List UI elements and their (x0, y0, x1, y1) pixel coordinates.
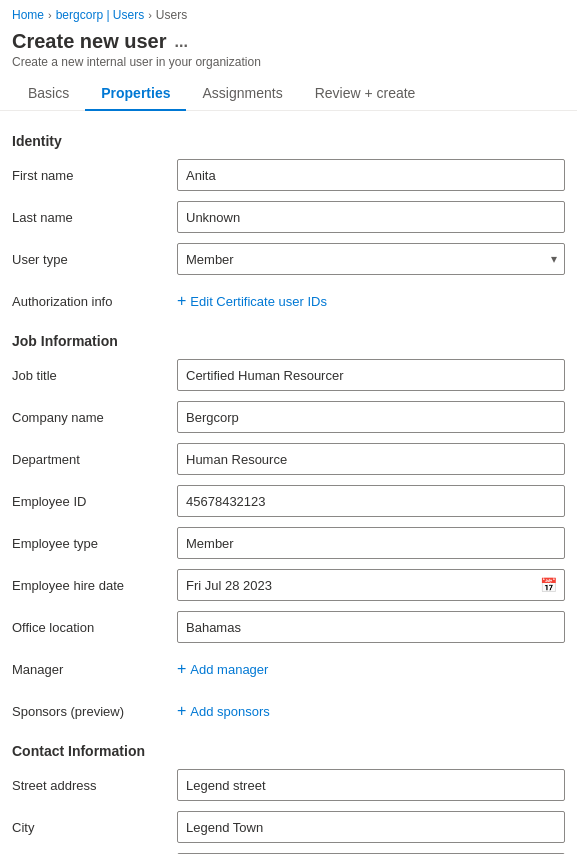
office-location-label: Office location (12, 620, 177, 635)
office-location-input[interactable] (177, 611, 565, 643)
employee-hire-date-input[interactable] (177, 569, 565, 601)
manager-field: + Add manager (177, 658, 565, 680)
employee-id-field (177, 485, 565, 517)
last-name-label: Last name (12, 210, 177, 225)
first-name-label: First name (12, 168, 177, 183)
employee-hire-date-field: 📅 (177, 569, 565, 601)
user-type-field: Member Guest ▾ (177, 243, 565, 275)
first-name-field (177, 159, 565, 191)
company-name-label: Company name (12, 410, 177, 425)
employee-id-input[interactable] (177, 485, 565, 517)
add-sponsors-plus-icon: + (177, 702, 186, 720)
office-location-row: Office location (12, 609, 565, 645)
company-name-input[interactable] (177, 401, 565, 433)
breadcrumb-bergcorp-users[interactable]: bergcorp | Users (56, 8, 144, 22)
employee-type-row: Employee type (12, 525, 565, 561)
add-sponsors-link[interactable]: + Add sponsors (177, 700, 565, 722)
page-subtitle: Create a new internal user in your organ… (12, 55, 565, 69)
street-address-row: Street address (12, 767, 565, 803)
identity-section-title: Identity (12, 133, 565, 149)
first-name-input[interactable] (177, 159, 565, 191)
last-name-field (177, 201, 565, 233)
tab-basics[interactable]: Basics (12, 77, 85, 111)
job-title-input[interactable] (177, 359, 565, 391)
tabs-bar: Basics Properties Assignments Review + c… (0, 77, 577, 111)
employee-type-label: Employee type (12, 536, 177, 551)
sponsors-row: Sponsors (preview) + Add sponsors (12, 693, 565, 729)
tab-assignments[interactable]: Assignments (186, 77, 298, 111)
city-label: City (12, 820, 177, 835)
add-manager-link[interactable]: + Add manager (177, 658, 565, 680)
street-address-label: Street address (12, 778, 177, 793)
job-title-label: Job title (12, 368, 177, 383)
company-name-field (177, 401, 565, 433)
properties-content: Identity First name Last name User type … (0, 111, 577, 854)
breadcrumb: Home › bergcorp | Users › Users (0, 0, 577, 26)
page-title-options[interactable]: ... (175, 33, 188, 51)
employee-hire-date-label: Employee hire date (12, 578, 177, 593)
add-manager-plus-icon: + (177, 660, 186, 678)
office-location-field (177, 611, 565, 643)
company-name-row: Company name (12, 399, 565, 435)
last-name-row: Last name (12, 199, 565, 235)
last-name-input[interactable] (177, 201, 565, 233)
user-type-label: User type (12, 252, 177, 267)
job-title-row: Job title (12, 357, 565, 393)
manager-label: Manager (12, 662, 177, 677)
employee-type-input[interactable] (177, 527, 565, 559)
breadcrumb-home[interactable]: Home (12, 8, 44, 22)
add-manager-label: Add manager (190, 662, 268, 677)
breadcrumb-users: Users (156, 8, 187, 22)
employee-id-row: Employee ID (12, 483, 565, 519)
auth-info-field: + Edit Certificate user IDs (177, 290, 565, 312)
employee-hire-date-row: Employee hire date 📅 (12, 567, 565, 603)
tab-review-create[interactable]: Review + create (299, 77, 432, 111)
add-sponsors-label: Add sponsors (190, 704, 270, 719)
page-header: Create new user ... Create a new interna… (0, 26, 577, 77)
edit-certificate-link[interactable]: + Edit Certificate user IDs (177, 290, 565, 312)
user-type-row: User type Member Guest ▾ (12, 241, 565, 277)
manager-row: Manager + Add manager (12, 651, 565, 687)
breadcrumb-sep-2: › (148, 9, 152, 21)
street-address-input[interactable] (177, 769, 565, 801)
breadcrumb-sep-1: › (48, 9, 52, 21)
job-info-section-title: Job Information (12, 333, 565, 349)
employee-id-label: Employee ID (12, 494, 177, 509)
department-label: Department (12, 452, 177, 467)
department-row: Department (12, 441, 565, 477)
sponsors-field: + Add sponsors (177, 700, 565, 722)
first-name-row: First name (12, 157, 565, 193)
edit-certificate-label: Edit Certificate user IDs (190, 294, 327, 309)
city-input[interactable] (177, 811, 565, 843)
user-type-select[interactable]: Member Guest (177, 243, 565, 275)
city-row: City (12, 809, 565, 845)
employee-type-field (177, 527, 565, 559)
contact-info-section-title: Contact Information (12, 743, 565, 759)
sponsors-label: Sponsors (preview) (12, 704, 177, 719)
city-field (177, 811, 565, 843)
auth-info-row: Authorization info + Edit Certificate us… (12, 283, 565, 319)
auth-info-label: Authorization info (12, 294, 177, 309)
department-input[interactable] (177, 443, 565, 475)
job-title-field (177, 359, 565, 391)
page-title-text: Create new user (12, 30, 167, 53)
edit-certificate-plus-icon: + (177, 292, 186, 310)
tab-properties[interactable]: Properties (85, 77, 186, 111)
street-address-field (177, 769, 565, 801)
department-field (177, 443, 565, 475)
